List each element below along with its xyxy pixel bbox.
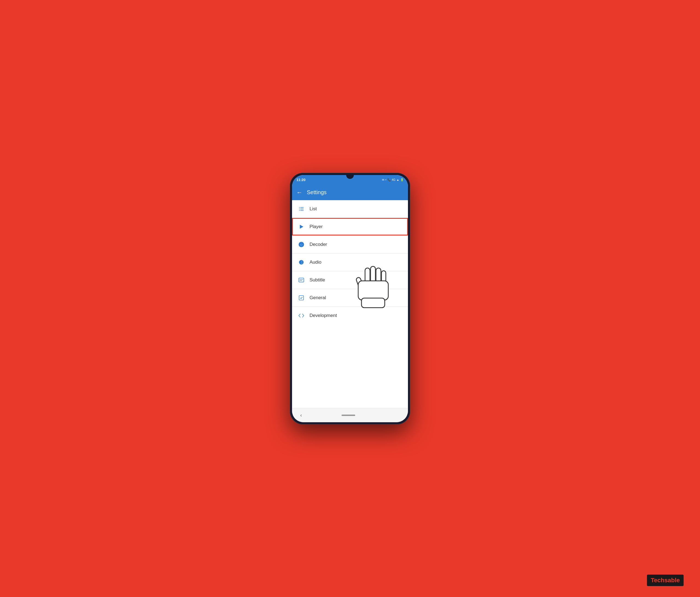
svg-rect-13 bbox=[299, 295, 304, 300]
battery-icon: 🔋 bbox=[400, 178, 404, 181]
dot-icon: • bbox=[385, 178, 386, 181]
home-indicator bbox=[342, 415, 355, 416]
svg-point-8 bbox=[301, 243, 302, 244]
wifi-icon: ▲ bbox=[397, 178, 399, 181]
watermark-text: Techsable bbox=[651, 577, 680, 583]
decoder-icon bbox=[298, 241, 305, 248]
svg-rect-10 bbox=[299, 278, 304, 282]
settings-content: List Player bbox=[292, 200, 408, 408]
general-label: General bbox=[309, 295, 326, 301]
subtitle-icon bbox=[298, 276, 305, 284]
audio-icon bbox=[298, 258, 305, 266]
list-label: List bbox=[309, 206, 317, 212]
settings-item-subtitle[interactable]: Subtitle bbox=[292, 271, 408, 289]
app-bar-title: Settings bbox=[307, 189, 326, 196]
settings-item-list[interactable]: List bbox=[292, 200, 408, 218]
nav-back-button[interactable]: ‹ bbox=[300, 413, 302, 418]
svg-rect-3 bbox=[300, 209, 303, 209]
settings-item-development[interactable]: Development bbox=[292, 307, 408, 324]
svg-rect-1 bbox=[300, 207, 303, 207]
phone-device: 11:20 ✉ • 📞 4G ▲ 🔋 ← Settings bbox=[290, 173, 410, 424]
phone-icon: 📞 bbox=[388, 178, 391, 181]
message-icon: ✉ bbox=[382, 178, 384, 181]
general-icon bbox=[298, 294, 305, 302]
watermark-prefix: Tech bbox=[651, 577, 665, 583]
svg-rect-2 bbox=[299, 209, 300, 209]
audio-label: Audio bbox=[309, 259, 321, 265]
list-icon bbox=[298, 205, 305, 213]
settings-item-general[interactable]: General bbox=[292, 289, 408, 306]
watermark-suffix: sable bbox=[665, 577, 680, 583]
status-icons: ✉ • 📞 4G ▲ 🔋 bbox=[382, 178, 404, 181]
subtitle-label: Subtitle bbox=[309, 277, 325, 283]
signal-icon: 4G bbox=[392, 178, 395, 181]
player-label: Player bbox=[309, 224, 323, 229]
decoder-label: Decoder bbox=[309, 242, 327, 247]
svg-rect-4 bbox=[299, 210, 300, 210]
settings-item-decoder[interactable]: Decoder bbox=[292, 236, 408, 253]
app-bar: ← Settings bbox=[292, 185, 408, 200]
settings-item-audio[interactable]: Audio bbox=[292, 253, 408, 271]
svg-rect-5 bbox=[300, 210, 303, 210]
back-button[interactable]: ← bbox=[296, 189, 302, 196]
development-label: Development bbox=[309, 313, 337, 318]
phone-screen: 11:20 ✉ • 📞 4G ▲ 🔋 ← Settings bbox=[292, 175, 408, 422]
player-icon bbox=[298, 223, 305, 230]
development-icon bbox=[298, 312, 305, 319]
svg-rect-0 bbox=[299, 207, 300, 207]
watermark: Techsable bbox=[647, 575, 683, 586]
status-time: 11:20 bbox=[296, 178, 305, 182]
settings-item-player[interactable]: Player bbox=[292, 218, 408, 235]
svg-marker-6 bbox=[300, 225, 303, 229]
bottom-navigation: ‹ bbox=[292, 408, 408, 422]
